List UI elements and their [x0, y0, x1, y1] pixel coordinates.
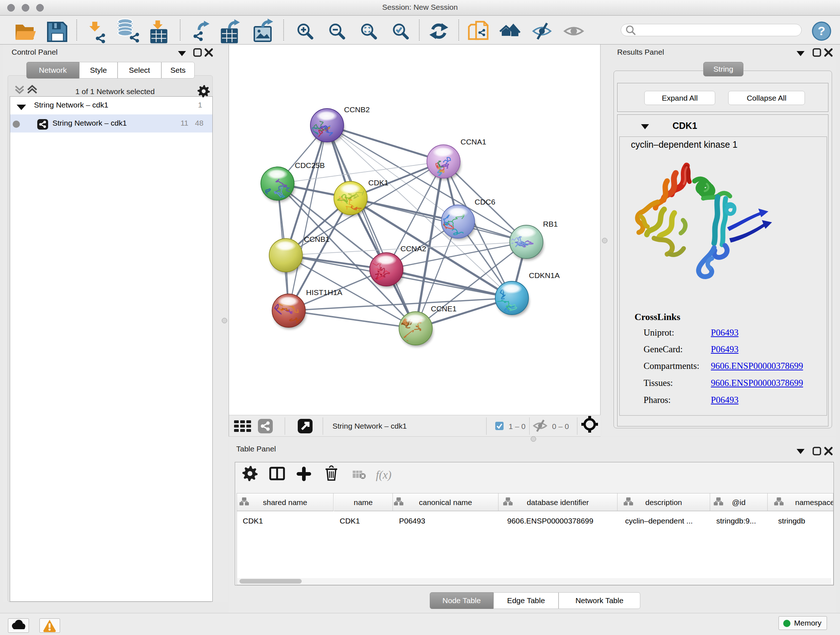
svg-text:?: ?: [818, 24, 826, 38]
svg-text:CCNA2: CCNA2: [401, 244, 426, 253]
svg-text:HIST1H1A: HIST1H1A: [306, 288, 342, 296]
svg-text:CDK1: CDK1: [368, 179, 388, 187]
svg-text:RB1: RB1: [543, 220, 558, 228]
svg-text:CDC6: CDC6: [475, 198, 495, 206]
svg-text:CDC25B: CDC25B: [295, 161, 325, 169]
svg-text:CCNA1: CCNA1: [461, 138, 486, 146]
svg-text:CCNB1: CCNB1: [304, 235, 330, 243]
svg-text:CCNE1: CCNE1: [431, 304, 456, 313]
svg-text:CCNB2: CCNB2: [344, 105, 370, 114]
svg-text:CDKN1A: CDKN1A: [529, 271, 560, 279]
